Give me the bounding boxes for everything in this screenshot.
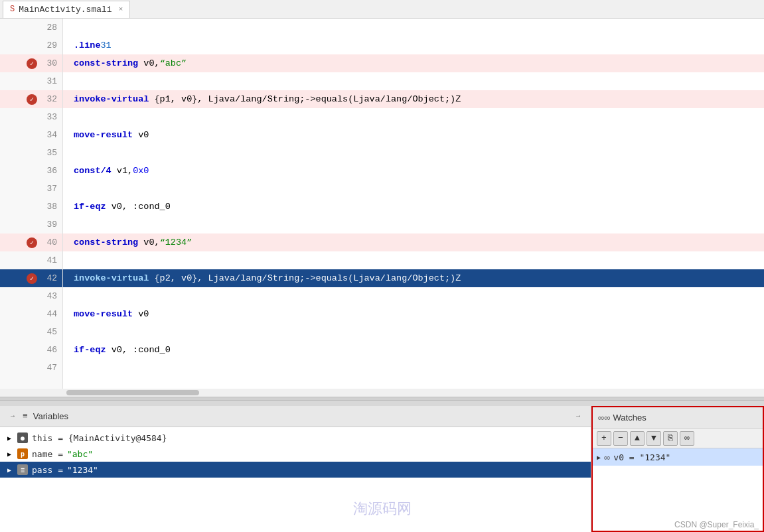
tab-bar: S MainActivity.smali × xyxy=(0,0,764,19)
gutter-row-28: 28 xyxy=(0,19,62,36)
watch-infinity-icon: ∞ xyxy=(604,452,610,462)
variables-content: ▶ ● this = {MainActivity@4584} ▶ p name … xyxy=(0,427,591,532)
code-line-44: move-result v0 xyxy=(63,305,764,323)
scrollbar-thumb[interactable] xyxy=(66,390,199,395)
code-line-29: .line 31 xyxy=(63,36,764,54)
var-row-name[interactable]: ▶ p name = "abc" xyxy=(0,446,591,462)
var-row-this[interactable]: ▶ ● this = {MainActivity@4584} xyxy=(0,430,591,446)
tab-mainactivity[interactable]: S MainActivity.smali × xyxy=(3,1,130,18)
code-line-47 xyxy=(63,359,764,377)
variables-icon: ≡ xyxy=(23,411,28,421)
breakpoint-40[interactable] xyxy=(27,237,37,248)
gutter-row-30[interactable]: 30 xyxy=(0,54,62,72)
variables-toolbar: → xyxy=(571,409,585,424)
watches-toolbar: + − ▲ ▼ ⎘ ∞ xyxy=(593,429,763,448)
watch-expand-v0[interactable]: ▶ xyxy=(597,454,601,461)
gutter-row-39: 39 xyxy=(0,216,62,233)
gutter-row-36: 36 xyxy=(0,162,62,180)
var-type-icon-pass: ≡ xyxy=(17,464,28,475)
code-line-45 xyxy=(63,323,764,341)
code-line-35 xyxy=(63,144,764,162)
watches-infinity-icon: ∞∞ xyxy=(598,413,611,423)
code-line-28 xyxy=(63,19,764,36)
code-line-36: const/4 v1, 0x0 xyxy=(63,162,764,180)
smali-file-icon: S xyxy=(10,5,15,14)
code-line-42: invoke-virtual {p2, v0}, Ljava/lang/Stri… xyxy=(63,269,764,287)
gutter-row-32[interactable]: 32 xyxy=(0,90,62,108)
tab-close-button[interactable]: × xyxy=(119,5,123,13)
code-line-31 xyxy=(63,72,764,90)
gutter-row-43: 43 xyxy=(0,287,62,305)
code-line-39 xyxy=(63,216,764,233)
watches-remove-btn[interactable]: − xyxy=(613,431,628,446)
code-line-43 xyxy=(63,287,764,305)
gutter-row-42[interactable]: 42 xyxy=(0,269,62,287)
code-content[interactable]: .line 31 const-string v0, “abc” invoke-v… xyxy=(63,19,764,389)
gutter-row-35: 35 xyxy=(0,144,62,162)
tab-label: MainActivity.smali xyxy=(19,5,112,15)
variables-collapse-btn[interactable]: → xyxy=(571,409,585,424)
variables-title: Variables xyxy=(33,411,68,421)
variables-panel: → ≡ Variables → ▶ ● this = {MainActivity… xyxy=(0,406,591,532)
variables-panel-header: → ≡ Variables → xyxy=(0,406,591,427)
code-line-41 xyxy=(63,251,764,269)
gutter-row-31: 31 xyxy=(0,72,62,90)
var-expand-pass[interactable]: ▶ xyxy=(5,466,13,474)
code-line-33 xyxy=(63,108,764,126)
code-line-46: if-eqz v0, :cond_0 xyxy=(63,341,764,359)
watches-up-btn[interactable]: ▲ xyxy=(630,431,645,446)
resize-handle[interactable] xyxy=(0,401,764,406)
line-gutter: 28 29 30 31 32 xyxy=(0,19,63,389)
watches-loop-btn[interactable]: ∞ xyxy=(680,431,694,446)
watch-row-v0[interactable]: ▶ ∞ v0 = "1234" xyxy=(593,448,763,466)
code-editor: 28 29 30 31 32 xyxy=(0,19,764,397)
gutter-row-38: 38 xyxy=(0,198,62,216)
watches-down-btn[interactable]: ▼ xyxy=(647,431,661,446)
code-line-34: move-result v0 xyxy=(63,126,764,144)
gutter-row-37: 37 xyxy=(0,180,62,198)
bottom-panel: → ≡ Variables → ▶ ● this = {MainActivity… xyxy=(0,406,764,532)
gutter-row-46: 46 xyxy=(0,341,62,359)
var-type-icon-name: p xyxy=(17,448,28,459)
gutter-row-29: 29 xyxy=(0,36,62,54)
gutter-row-33: 33 xyxy=(0,108,62,126)
variables-expand-btn[interactable]: → xyxy=(5,409,20,424)
watches-panel: ∞∞ Watches + − ▲ ▼ ⎘ ∞ ▶ ∞ v0 = "1234" xyxy=(591,406,764,532)
var-type-icon-this: ● xyxy=(17,432,28,443)
csdn-credit: CSDN @Super_Feixia_ xyxy=(674,520,759,529)
gutter-row-45: 45 xyxy=(0,323,62,341)
watches-title: Watches xyxy=(613,413,647,423)
code-line-38: if-eqz v0, :cond_0 xyxy=(63,198,764,216)
breakpoint-42[interactable] xyxy=(27,273,37,284)
gutter-row-44: 44 xyxy=(0,305,62,323)
watches-add-btn[interactable]: + xyxy=(597,431,611,446)
breakpoint-32[interactable] xyxy=(27,94,37,105)
horizontal-scrollbar[interactable] xyxy=(0,389,764,397)
code-line-30: const-string v0, “abc” xyxy=(63,54,764,72)
gutter-row-34: 34 xyxy=(0,126,62,144)
code-line-40: const-string v0, “1234” xyxy=(63,233,764,251)
watches-header: ∞∞ Watches xyxy=(593,407,763,429)
watches-copy-btn[interactable]: ⎘ xyxy=(663,431,678,446)
code-line-37 xyxy=(63,180,764,198)
gutter-row-47: 47 xyxy=(0,359,62,377)
breakpoint-30[interactable] xyxy=(27,58,37,69)
gutter-row-40[interactable]: 40 xyxy=(0,233,62,251)
code-line-32: invoke-virtual {p1, v0}, Ljava/lang/Stri… xyxy=(63,90,764,108)
var-expand-name[interactable]: ▶ xyxy=(5,450,13,458)
var-expand-this[interactable]: ▶ xyxy=(5,434,13,442)
var-row-pass[interactable]: ▶ ≡ pass = "1234" xyxy=(0,462,591,478)
watches-content: ▶ ∞ v0 = "1234" xyxy=(593,448,763,531)
gutter-row-41: 41 xyxy=(0,251,62,269)
